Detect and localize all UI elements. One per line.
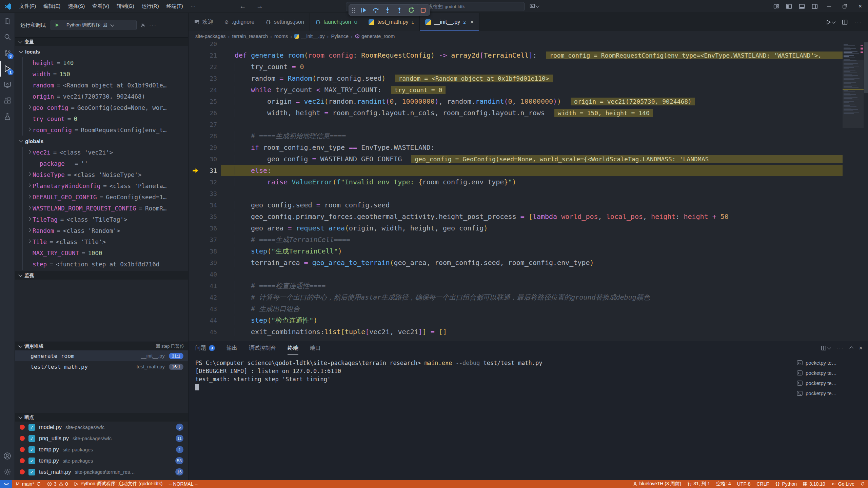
customize-layout-icon[interactable] xyxy=(770,0,783,13)
code-line-25[interactable]: 25origin = vec2i(random.randint(0, 10000… xyxy=(189,96,843,107)
status-item-remote[interactable]: >< xyxy=(0,480,12,488)
status-item-grid[interactable]: 3.10.10 xyxy=(800,480,828,488)
status-item[interactable]: 行 31, 列 1 xyxy=(684,480,713,488)
toggle-secondary-sidebar-icon[interactable] xyxy=(808,0,821,13)
menu-item[interactable]: 文件(F) xyxy=(16,0,40,13)
maximize-panel-icon[interactable] xyxy=(850,345,853,351)
menu-item[interactable]: 编辑(E) xyxy=(40,0,64,13)
variable-row[interactable]: geo_config=GeoConfig(seed=None, wor… xyxy=(23,102,188,113)
variable-row[interactable]: vec2i=<class 'vec2i'> xyxy=(23,147,188,158)
drag-handle-icon[interactable] xyxy=(352,7,355,13)
variable-scope[interactable]: locals xyxy=(15,46,188,57)
breadcrumb-item[interactable]: generate_room xyxy=(355,34,395,39)
breakpoint-row[interactable]: ✓test_math.pysite-packages\terrain_res…1… xyxy=(15,466,188,477)
breakpoint-checkbox[interactable]: ✓ xyxy=(28,469,35,475)
run-and-debug-icon[interactable]: 1 xyxy=(0,61,15,77)
breakpoints-section-header[interactable]: 断点 xyxy=(15,413,188,422)
terminal-output[interactable]: PS C:\computer_science\godot-ldtk\site-p… xyxy=(189,355,868,391)
breakpoint-row[interactable]: ✓temp.pysite-packages1 xyxy=(15,444,188,455)
status-item-person[interactable]: blueloveTH (3 周前) xyxy=(630,480,685,488)
debug-restart-button[interactable] xyxy=(408,7,415,14)
code-editor[interactable]: 2021def generate_room(room_config: RoomR… xyxy=(189,41,868,341)
variable-row[interactable]: NoiseType=<class 'NoiseType'> xyxy=(23,169,188,180)
breakpoint-row[interactable]: ✓temp.pysite-packages58 xyxy=(15,455,188,466)
menu-item[interactable]: ··· xyxy=(187,0,199,13)
variables-section-header[interactable]: 变量 xyxy=(15,37,188,46)
status-item-braces[interactable]: {}Python xyxy=(772,480,800,488)
debug-step-out-button[interactable] xyxy=(396,7,403,14)
variable-row[interactable]: __package__='' xyxy=(23,158,188,169)
expand-icon[interactable] xyxy=(27,228,31,232)
debug-continue-button[interactable] xyxy=(360,7,367,14)
variable-row[interactable]: step=<function step at 0x1bf8d716d xyxy=(23,259,188,270)
debug-step-into-button[interactable] xyxy=(384,7,391,14)
watch-section-header[interactable]: 监视 xyxy=(15,271,188,280)
code-line-30[interactable]: 30geo_config = WASTELAND_GEO_CONFIGgeo_c… xyxy=(189,153,843,165)
remote-explorer-icon[interactable] xyxy=(0,77,15,93)
status-item[interactable]: CRLF xyxy=(753,480,772,488)
accounts-icon[interactable] xyxy=(0,448,15,464)
breadcrumb-item[interactable]: Pylance xyxy=(331,34,349,39)
variable-row[interactable]: height=140 xyxy=(23,57,188,68)
menu-item[interactable]: 终端(T) xyxy=(163,0,187,13)
nav-forward-icon[interactable]: → xyxy=(256,2,263,10)
minimize-button[interactable]: ─ xyxy=(821,0,837,13)
code-line-35[interactable]: 35geo_config.primary_forces.geothermal_a… xyxy=(189,211,843,222)
editor-tab[interactable]: {}settings.json xyxy=(260,13,310,31)
code-line-21[interactable]: 21def generate_room(room_config: RoomReq… xyxy=(189,49,843,61)
code-line-23[interactable]: 23random = Random(room_config.seed)rando… xyxy=(189,73,843,84)
panel-tab[interactable]: 问题3 xyxy=(195,341,215,355)
extensions-icon[interactable] xyxy=(0,93,15,108)
status-item-bell[interactable] xyxy=(857,480,868,488)
stack-frame[interactable]: test/test_math.pytest_math.py16:1 xyxy=(15,361,188,372)
code-line-22[interactable]: 22try_count = 0 xyxy=(189,61,843,73)
editor-tab[interactable]: __init__.py2× xyxy=(420,13,480,31)
close-panel-icon[interactable]: × xyxy=(859,344,863,352)
search-view-icon[interactable] xyxy=(0,29,15,45)
variable-row[interactable]: Random=<class 'Random'> xyxy=(23,225,188,236)
variable-row[interactable]: Tile=<class 'Tile'> xyxy=(23,236,188,247)
code-line-37[interactable]: 37# ====生成TerrainCell==== xyxy=(189,234,843,245)
variable-row[interactable]: width=150 xyxy=(23,68,188,80)
breakpoint-row[interactable]: ✓png_utils.pysite-packages\wfc11 xyxy=(15,433,188,444)
code-line-26[interactable]: 26width, height = room_config.layout.n_c… xyxy=(189,107,843,119)
launch-config-select[interactable]: Python 调试程序: 启 xyxy=(63,20,137,30)
menu-item[interactable]: 运行(R) xyxy=(138,0,163,13)
variable-row[interactable]: MAX_TRY_COUNT=1000 xyxy=(23,247,188,259)
menu-item[interactable]: 选择(S) xyxy=(64,0,88,13)
explorer-icon[interactable] xyxy=(0,13,15,29)
breakpoint-checkbox[interactable]: ✓ xyxy=(28,446,35,453)
run-python-file-button[interactable] xyxy=(826,19,835,25)
variable-row[interactable]: PlanetaryWindConfig=<class 'Planeta… xyxy=(23,180,188,191)
code-line-43[interactable]: 43# 生成出口组合 xyxy=(189,303,843,314)
terminal-list-item[interactable]: pocketpy te… xyxy=(794,388,863,398)
editor-more-actions[interactable]: ··· xyxy=(854,19,862,25)
code-line-38[interactable]: 38step("生成TerrainCell") xyxy=(189,245,843,257)
code-line-24[interactable]: 24while try_count < MAX_TRY_COUNT:try_co… xyxy=(189,84,843,96)
expand-icon[interactable] xyxy=(27,183,31,187)
panel-tab[interactable]: 输出 xyxy=(226,341,237,355)
expand-icon[interactable] xyxy=(27,195,31,198)
variable-row[interactable]: random=<Random object at 0x1bf9d01e… xyxy=(23,80,188,91)
terminal-list-item[interactable]: pocketpy te… xyxy=(794,368,863,378)
debug-step-over-button[interactable] xyxy=(372,7,379,14)
code-line-33[interactable]: 33 xyxy=(189,188,843,199)
status-item-broadcast[interactable]: Go Live xyxy=(828,480,857,488)
status-item[interactable]: UTF-8 xyxy=(734,480,754,488)
split-editor-icon[interactable] xyxy=(842,19,848,25)
editor-tab[interactable]: {}launch.jsonU xyxy=(310,13,363,31)
status-item-branch[interactable]: main* xyxy=(12,480,44,488)
variable-row[interactable]: try_count=0 xyxy=(23,113,188,124)
debug-settings-gear-icon[interactable] xyxy=(140,22,146,28)
code-line-28[interactable]: 28# ====生成初始地理信息==== xyxy=(189,130,843,142)
settings-gear-icon[interactable] xyxy=(0,464,15,480)
breakpoint-checkbox[interactable]: ✓ xyxy=(28,424,35,431)
status-item[interactable]: 空格: 4 xyxy=(713,480,734,488)
toggle-sidebar-icon[interactable] xyxy=(783,0,795,13)
callstack-section-header[interactable]: 调用堆栈 因 step 已暂停 xyxy=(15,342,188,350)
expand-icon[interactable] xyxy=(27,105,31,109)
toggle-panel-icon[interactable] xyxy=(795,0,808,13)
code-line-20[interactable]: 20 xyxy=(189,41,843,49)
editor-scrollbar[interactable] xyxy=(864,41,868,341)
minimap[interactable] xyxy=(843,41,864,341)
